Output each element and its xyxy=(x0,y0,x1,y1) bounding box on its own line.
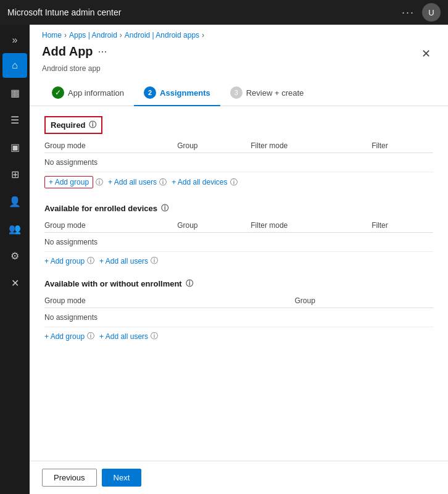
main-panel: Home › Apps | Android › Android | Androi… xyxy=(30,25,448,494)
without-no-assignments-row: No assignments xyxy=(44,308,433,327)
required-add-group-info[interactable]: ⓘ xyxy=(96,177,103,188)
breadcrumb: Home › Apps | Android › Android | Androi… xyxy=(30,25,448,42)
enrolled-add-users-info[interactable]: ⓘ xyxy=(151,256,158,266)
sidebar: » ⌂ ▦ ☰ ▣ ⊞ 👤 👥 ⚙ ✕ xyxy=(0,25,30,494)
without-add-all-users-button[interactable]: + Add all users xyxy=(99,332,148,341)
required-section-title: Required ⓘ xyxy=(44,116,433,134)
page-options-dots[interactable]: ··· xyxy=(98,45,107,58)
breadcrumb-home[interactable]: Home xyxy=(42,31,62,40)
required-label: Required xyxy=(51,120,85,130)
required-col-filter: Filter xyxy=(371,139,433,153)
without-add-users-info[interactable]: ⓘ xyxy=(151,331,158,341)
available-enrolled-label: Available for enrolled devices xyxy=(44,204,157,213)
tab-assignments[interactable]: 2 Assignments xyxy=(134,80,220,106)
tab-review-create[interactable]: 3 Review + create xyxy=(220,80,314,106)
sidebar-item-dashboard[interactable]: ▦ xyxy=(2,80,27,105)
tab-review-num: 3 xyxy=(230,86,243,99)
without-col-group: Group xyxy=(294,294,433,308)
without-no-assignments: No assignments xyxy=(44,308,433,327)
topbar: Microsoft Intune admin center ··· U xyxy=(0,0,448,25)
enrolled-no-assignments: No assignments xyxy=(44,233,433,252)
available-enrolled-title: Available for enrolled devices ⓘ xyxy=(44,203,433,214)
available-enrolled-info-icon[interactable]: ⓘ xyxy=(161,203,168,214)
sidebar-item-devices[interactable]: ▣ xyxy=(2,135,27,159)
required-add-all-users-button[interactable]: + Add all users xyxy=(108,178,157,186)
sidebar-item-tools[interactable]: ✕ xyxy=(2,270,27,295)
tab-check-icon: ✓ xyxy=(52,86,64,99)
required-col-group: Group xyxy=(177,139,251,153)
available-without-table: Group mode Group No assignments xyxy=(44,294,433,327)
available-without-title: Available with or without enrollment ⓘ xyxy=(44,278,433,289)
sidebar-item-home[interactable]: ⌂ xyxy=(2,53,27,78)
enrolled-col-filter-mode: Filter mode xyxy=(251,219,371,233)
tab-assignments-label: Assignments xyxy=(160,88,210,98)
breadcrumb-android-apps[interactable]: Android | Android apps xyxy=(125,31,199,40)
tab-app-information-label: App information xyxy=(68,88,124,98)
close-button[interactable]: ✕ xyxy=(417,44,436,63)
sidebar-toggle[interactable]: » xyxy=(0,30,30,51)
page-subtitle: Android store app xyxy=(30,63,448,80)
required-title-box: Required ⓘ xyxy=(44,116,102,134)
without-add-group-info[interactable]: ⓘ xyxy=(87,331,94,341)
sidebar-item-settings[interactable]: ⚙ xyxy=(2,243,27,268)
available-without-section: Available with or without enrollment ⓘ G… xyxy=(44,278,433,341)
required-add-group-row: + Add group ⓘ + Add all users ⓘ + Add al… xyxy=(44,172,433,188)
enrolled-add-group-row: + Add group ⓘ + Add all users ⓘ xyxy=(44,252,433,266)
required-add-group-button[interactable]: + Add group xyxy=(44,176,93,188)
available-without-info-icon[interactable]: ⓘ xyxy=(186,278,193,289)
sidebar-item-apps[interactable]: ⊞ xyxy=(2,162,27,186)
enrolled-col-group: Group xyxy=(177,219,251,233)
page-title: Add App xyxy=(42,44,93,59)
content-area: Required ⓘ Group mode Group Filter mode … xyxy=(30,106,448,461)
sidebar-item-users[interactable]: 👤 xyxy=(2,189,27,214)
available-enrolled-table: Group mode Group Filter mode Filter No a… xyxy=(44,219,433,252)
avatar[interactable]: U xyxy=(422,3,441,22)
enrolled-col-group-mode: Group mode xyxy=(44,219,177,233)
required-no-assignments: No assignments xyxy=(44,153,433,172)
available-enrolled-section: Available for enrolled devices ⓘ Group m… xyxy=(44,203,433,266)
required-no-assignments-row: No assignments xyxy=(44,153,433,172)
required-table: Group mode Group Filter mode Filter No a… xyxy=(44,139,433,172)
required-info-icon[interactable]: ⓘ xyxy=(89,120,96,130)
tab-review-label: Review + create xyxy=(246,88,304,98)
enrolled-add-group-info[interactable]: ⓘ xyxy=(87,256,94,266)
enrolled-add-group-button[interactable]: + Add group xyxy=(44,257,85,266)
required-add-devices-info[interactable]: ⓘ xyxy=(230,177,238,188)
app-title: Microsoft Intune admin center xyxy=(7,7,121,17)
enrolled-no-assignments-row: No assignments xyxy=(44,233,433,252)
without-col-group-mode: Group mode xyxy=(44,294,294,308)
sidebar-item-list[interactable]: ☰ xyxy=(2,107,27,132)
required-add-users-info[interactable]: ⓘ xyxy=(159,177,167,188)
required-col-filter-mode: Filter mode xyxy=(251,139,371,153)
tabs: ✓ App information 2 Assignments 3 Review… xyxy=(30,80,448,106)
tab-app-information[interactable]: ✓ App information xyxy=(42,80,134,106)
required-add-all-devices-button[interactable]: + Add all devices xyxy=(172,178,227,186)
breadcrumb-apps-android[interactable]: Apps | Android xyxy=(69,31,117,40)
previous-button[interactable]: Previous xyxy=(42,469,97,487)
topbar-dots[interactable]: ··· xyxy=(402,6,415,19)
without-add-group-button[interactable]: + Add group xyxy=(44,332,85,341)
available-without-label: Available with or without enrollment xyxy=(44,279,182,288)
enrolled-col-filter: Filter xyxy=(371,219,433,233)
enrolled-add-all-users-button[interactable]: + Add all users xyxy=(99,257,148,266)
footer: Previous Next xyxy=(30,461,448,494)
topbar-right: ··· U xyxy=(402,3,441,22)
required-section: Required ⓘ Group mode Group Filter mode … xyxy=(44,116,433,188)
tab-assignments-num: 2 xyxy=(144,86,156,99)
required-col-group-mode: Group mode xyxy=(44,139,177,153)
page-header: Add App ··· ✕ xyxy=(30,42,448,63)
without-add-group-row: + Add group ⓘ + Add all users ⓘ xyxy=(44,327,433,341)
sidebar-item-groups[interactable]: 👥 xyxy=(2,216,27,241)
next-button[interactable]: Next xyxy=(102,469,142,487)
